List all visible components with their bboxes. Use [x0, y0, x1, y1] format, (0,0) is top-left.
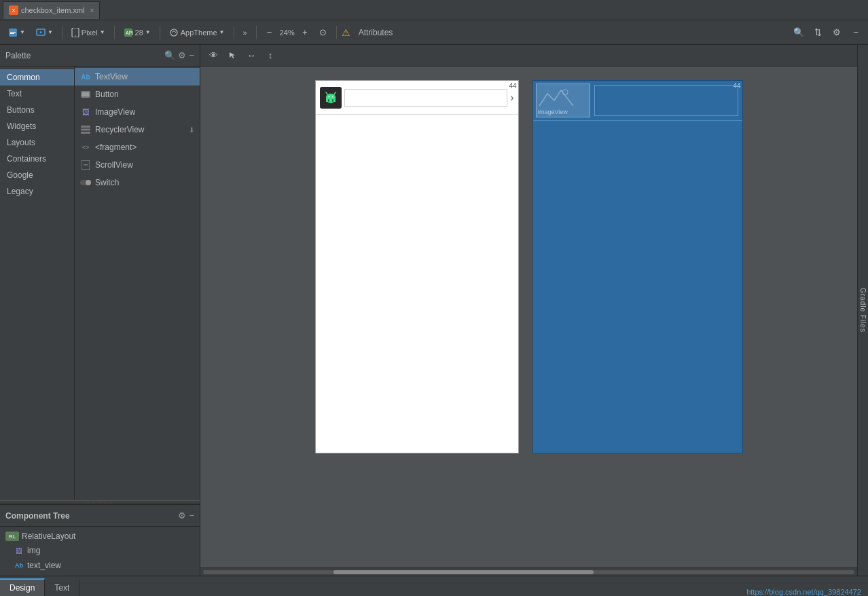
palette-item-recyclerview[interactable]: RecyclerView ⬇: [75, 121, 200, 138]
device-btn[interactable]: Pixel ▼: [67, 26, 109, 39]
button-icon: [80, 89, 91, 100]
sep4: [234, 26, 234, 39]
file-tab[interactable]: X checkbox_item.xml ×: [3, 1, 100, 19]
palette-category-google[interactable]: Google: [0, 167, 74, 183]
imageview-label: ImageView: [538, 109, 568, 115]
svg-rect-27: [332, 99, 333, 102]
fit-btn[interactable]: ⊙: [315, 24, 331, 41]
width-btn[interactable]: ↔: [244, 48, 259, 63]
tree-settings-icon[interactable]: ⚙: [178, 510, 186, 521]
palette-category-common[interactable]: Common: [0, 69, 74, 86]
palette-category-buttons[interactable]: Buttons: [0, 102, 74, 118]
blueprint-mockup: ImageView 44: [532, 80, 743, 453]
orient-btn[interactable]: ▼: [32, 26, 57, 39]
palette-item-button[interactable]: Button: [75, 86, 200, 103]
tab-text[interactable]: Text: [45, 580, 79, 596]
mountain-svg: [539, 87, 573, 107]
imageview-icon: 🖼: [80, 107, 91, 117]
palette-body: Common Text Buttons Widgets Layouts Cont…: [0, 67, 200, 500]
device-label: Pixel: [82, 29, 98, 37]
eye-btn[interactable]: 👁: [206, 48, 221, 63]
phone-icon: [71, 28, 79, 37]
svg-point-4: [39, 31, 41, 33]
sep2: [114, 26, 115, 39]
palette-item-recyclerview-label: RecyclerView: [95, 125, 144, 134]
palette-category-containers[interactable]: Containers: [0, 151, 74, 167]
tab-bar: X checkbox_item.xml ×: [0, 0, 868, 20]
zoom-out-btn[interactable]: −: [261, 24, 278, 41]
palette-item-fragment[interactable]: <> <fragment>: [75, 138, 200, 156]
main-toolbar: ▼ ▼ Pixel ▼ API 28 ▼ AppTheme ▼ » − 24% …: [0, 20, 868, 45]
gradle-files-tab[interactable]: Gradle Files: [857, 45, 868, 576]
tree-item-textview[interactable]: Ab text_view: [0, 558, 200, 573]
recyclerview-icon: [80, 124, 91, 135]
sep6: [336, 26, 337, 39]
palette-settings-icon[interactable]: ⚙: [178, 50, 186, 60]
main-area: Palette 🔍 ⚙ − Common Text Buttons Widget…: [0, 45, 868, 576]
status-url: https://blog.csdn.net/qq_39824472: [740, 588, 868, 596]
theme-btn[interactable]: AppTheme ▼: [165, 26, 229, 39]
palette-item-scrollview[interactable]: ScrollView: [75, 156, 200, 174]
palette-category-text[interactable]: Text: [0, 86, 74, 102]
palette-search-icon[interactable]: 🔍: [164, 50, 175, 60]
palette-item-switch[interactable]: Switch: [75, 174, 200, 191]
svg-point-22: [328, 96, 329, 97]
blueprint-outline: [594, 85, 738, 116]
palette-item-textview[interactable]: Ab TextView: [75, 68, 200, 86]
tab-text-label: Text: [54, 583, 69, 593]
scrollview-icon: [80, 160, 91, 170]
more-btn[interactable]: »: [239, 26, 251, 39]
svg-line-24: [326, 92, 327, 94]
svg-rect-14: [81, 132, 90, 134]
palette-header: Palette 🔍 ⚙ −: [0, 45, 200, 67]
file-tab-icon: X: [9, 5, 18, 15]
palette-item-scrollview-label: ScrollView: [95, 160, 133, 170]
palette-minimize-icon[interactable]: −: [189, 50, 194, 60]
textview-icon: Ab: [80, 71, 91, 82]
api-btn[interactable]: API 28 ▼: [120, 26, 155, 39]
tree-item-img[interactable]: 🖼 img: [0, 543, 200, 558]
canvas-scrollbar[interactable]: [200, 567, 857, 576]
file-tab-label: checkbox_item.xml: [21, 6, 85, 14]
height-btn[interactable]: ↕: [263, 48, 278, 63]
design-mode-btn[interactable]: ▼: [4, 26, 29, 39]
layout-icon[interactable]: ⇅: [810, 24, 826, 41]
tab-close-btn[interactable]: ×: [90, 7, 94, 14]
svg-point-18: [86, 180, 91, 185]
img-icon: 🖼: [14, 545, 24, 556]
sep3: [160, 26, 160, 39]
scrollbar-track[interactable]: [203, 570, 854, 574]
cursor-btn[interactable]: [225, 48, 240, 63]
palette-category-layouts[interactable]: Layouts: [0, 134, 74, 151]
search-icon[interactable]: 🔍: [791, 24, 807, 41]
theme-arrow: ▼: [219, 29, 225, 35]
orient-icon: [36, 28, 46, 37]
palette-item-imageview-label: ImageView: [95, 107, 135, 117]
tree-minimize-icon[interactable]: −: [189, 510, 194, 521]
component-tree-body: RL RelativeLayout 🖼 img Ab text_view: [0, 527, 200, 576]
svg-point-23: [331, 96, 333, 97]
design-mockup: › 44: [315, 80, 519, 453]
palette-items: Ab TextView Button 🖼 ImageView: [75, 67, 200, 500]
palette-item-imageview[interactable]: 🖼 ImageView: [75, 103, 200, 121]
palette-panel: Palette 🔍 ⚙ − Common Text Buttons Widget…: [0, 45, 200, 576]
scrollbar-thumb[interactable]: [333, 570, 594, 574]
palette-category-widgets[interactable]: Widgets: [0, 118, 74, 134]
blue-top-row: ImageView 44: [533, 81, 742, 121]
tree-item-img-label: img: [27, 546, 40, 555]
tab-design[interactable]: Design: [0, 578, 45, 596]
api-label: 28: [135, 29, 143, 37]
zoom-in-btn[interactable]: +: [297, 24, 313, 41]
bottom-tabs: Design Text https://blog.csdn.net/qq_398…: [0, 576, 868, 596]
minimize-icon[interactable]: −: [848, 24, 864, 41]
tree-item-relativelayout[interactable]: RL RelativeLayout: [0, 529, 200, 543]
tree-item-textview-label: text_view: [27, 561, 61, 570]
palette-header-icons: 🔍 ⚙ −: [164, 50, 194, 60]
palette-category-legacy[interactable]: Legacy: [0, 183, 74, 200]
design-mode-arrow: ▼: [20, 29, 25, 35]
palette-categories: Common Text Buttons Widgets Layouts Cont…: [0, 67, 75, 500]
design-mode-icon: [8, 28, 18, 37]
zoom-level: 24%: [280, 29, 295, 37]
settings-icon[interactable]: ⚙: [829, 24, 845, 41]
svg-text:API: API: [126, 31, 133, 35]
